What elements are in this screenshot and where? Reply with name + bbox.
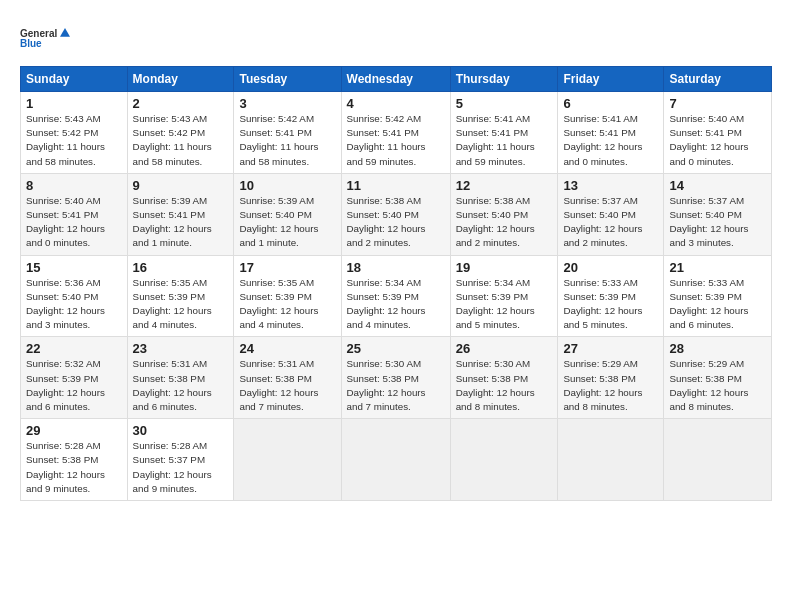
day-cell: 18Sunrise: 5:34 AM Sunset: 5:39 PM Dayli… — [341, 255, 450, 337]
svg-marker-2 — [60, 28, 70, 37]
weekday-header-thursday: Thursday — [450, 67, 558, 92]
day-number: 15 — [26, 260, 122, 275]
logo: General Blue — [20, 18, 70, 58]
logo-svg: General Blue — [20, 18, 70, 58]
weekday-header-monday: Monday — [127, 67, 234, 92]
day-number: 24 — [239, 341, 335, 356]
day-cell: 29Sunrise: 5:28 AM Sunset: 5:38 PM Dayli… — [21, 419, 128, 501]
day-cell: 7Sunrise: 5:40 AM Sunset: 5:41 PM Daylig… — [664, 92, 772, 174]
week-row-4: 22Sunrise: 5:32 AM Sunset: 5:39 PM Dayli… — [21, 337, 772, 419]
day-info: Sunrise: 5:41 AM Sunset: 5:41 PM Dayligh… — [456, 112, 553, 169]
weekday-header-wednesday: Wednesday — [341, 67, 450, 92]
day-number: 22 — [26, 341, 122, 356]
day-info: Sunrise: 5:33 AM Sunset: 5:39 PM Dayligh… — [563, 276, 658, 333]
weekday-header-tuesday: Tuesday — [234, 67, 341, 92]
weekday-header-row: SundayMondayTuesdayWednesdayThursdayFrid… — [21, 67, 772, 92]
day-number: 2 — [133, 96, 229, 111]
day-info: Sunrise: 5:34 AM Sunset: 5:39 PM Dayligh… — [347, 276, 445, 333]
day-cell: 1Sunrise: 5:43 AM Sunset: 5:42 PM Daylig… — [21, 92, 128, 174]
day-cell: 15Sunrise: 5:36 AM Sunset: 5:40 PM Dayli… — [21, 255, 128, 337]
day-info: Sunrise: 5:30 AM Sunset: 5:38 PM Dayligh… — [347, 357, 445, 414]
day-number: 19 — [456, 260, 553, 275]
day-cell — [450, 419, 558, 501]
day-cell: 8Sunrise: 5:40 AM Sunset: 5:41 PM Daylig… — [21, 173, 128, 255]
day-number: 13 — [563, 178, 658, 193]
day-cell: 6Sunrise: 5:41 AM Sunset: 5:41 PM Daylig… — [558, 92, 664, 174]
day-cell — [558, 419, 664, 501]
day-info: Sunrise: 5:39 AM Sunset: 5:41 PM Dayligh… — [133, 194, 229, 251]
day-cell: 28Sunrise: 5:29 AM Sunset: 5:38 PM Dayli… — [664, 337, 772, 419]
day-info: Sunrise: 5:28 AM Sunset: 5:37 PM Dayligh… — [133, 439, 229, 496]
day-number: 16 — [133, 260, 229, 275]
day-number: 3 — [239, 96, 335, 111]
day-info: Sunrise: 5:36 AM Sunset: 5:40 PM Dayligh… — [26, 276, 122, 333]
day-cell — [664, 419, 772, 501]
day-number: 27 — [563, 341, 658, 356]
day-number: 23 — [133, 341, 229, 356]
day-info: Sunrise: 5:42 AM Sunset: 5:41 PM Dayligh… — [239, 112, 335, 169]
day-cell: 11Sunrise: 5:38 AM Sunset: 5:40 PM Dayli… — [341, 173, 450, 255]
day-cell: 2Sunrise: 5:43 AM Sunset: 5:42 PM Daylig… — [127, 92, 234, 174]
calendar-body: 1Sunrise: 5:43 AM Sunset: 5:42 PM Daylig… — [21, 92, 772, 501]
day-number: 30 — [133, 423, 229, 438]
calendar-table: SundayMondayTuesdayWednesdayThursdayFrid… — [20, 66, 772, 501]
day-cell: 20Sunrise: 5:33 AM Sunset: 5:39 PM Dayli… — [558, 255, 664, 337]
day-info: Sunrise: 5:40 AM Sunset: 5:41 PM Dayligh… — [669, 112, 766, 169]
day-info: Sunrise: 5:39 AM Sunset: 5:40 PM Dayligh… — [239, 194, 335, 251]
svg-text:Blue: Blue — [20, 38, 42, 49]
day-number: 14 — [669, 178, 766, 193]
week-row-3: 15Sunrise: 5:36 AM Sunset: 5:40 PM Dayli… — [21, 255, 772, 337]
day-info: Sunrise: 5:43 AM Sunset: 5:42 PM Dayligh… — [26, 112, 122, 169]
day-info: Sunrise: 5:30 AM Sunset: 5:38 PM Dayligh… — [456, 357, 553, 414]
day-number: 25 — [347, 341, 445, 356]
day-number: 6 — [563, 96, 658, 111]
day-cell — [341, 419, 450, 501]
day-cell: 19Sunrise: 5:34 AM Sunset: 5:39 PM Dayli… — [450, 255, 558, 337]
day-cell: 23Sunrise: 5:31 AM Sunset: 5:38 PM Dayli… — [127, 337, 234, 419]
day-info: Sunrise: 5:33 AM Sunset: 5:39 PM Dayligh… — [669, 276, 766, 333]
day-number: 20 — [563, 260, 658, 275]
day-number: 29 — [26, 423, 122, 438]
day-number: 17 — [239, 260, 335, 275]
day-info: Sunrise: 5:32 AM Sunset: 5:39 PM Dayligh… — [26, 357, 122, 414]
day-number: 28 — [669, 341, 766, 356]
day-number: 1 — [26, 96, 122, 111]
day-cell: 9Sunrise: 5:39 AM Sunset: 5:41 PM Daylig… — [127, 173, 234, 255]
day-info: Sunrise: 5:38 AM Sunset: 5:40 PM Dayligh… — [347, 194, 445, 251]
day-number: 18 — [347, 260, 445, 275]
day-cell: 26Sunrise: 5:30 AM Sunset: 5:38 PM Dayli… — [450, 337, 558, 419]
day-cell: 25Sunrise: 5:30 AM Sunset: 5:38 PM Dayli… — [341, 337, 450, 419]
day-number: 5 — [456, 96, 553, 111]
day-number: 12 — [456, 178, 553, 193]
day-cell — [234, 419, 341, 501]
day-number: 26 — [456, 341, 553, 356]
day-cell: 16Sunrise: 5:35 AM Sunset: 5:39 PM Dayli… — [127, 255, 234, 337]
day-cell: 3Sunrise: 5:42 AM Sunset: 5:41 PM Daylig… — [234, 92, 341, 174]
day-cell: 17Sunrise: 5:35 AM Sunset: 5:39 PM Dayli… — [234, 255, 341, 337]
week-row-5: 29Sunrise: 5:28 AM Sunset: 5:38 PM Dayli… — [21, 419, 772, 501]
day-cell: 5Sunrise: 5:41 AM Sunset: 5:41 PM Daylig… — [450, 92, 558, 174]
svg-text:General: General — [20, 28, 57, 39]
day-info: Sunrise: 5:29 AM Sunset: 5:38 PM Dayligh… — [563, 357, 658, 414]
day-number: 11 — [347, 178, 445, 193]
day-number: 10 — [239, 178, 335, 193]
day-cell: 12Sunrise: 5:38 AM Sunset: 5:40 PM Dayli… — [450, 173, 558, 255]
day-number: 8 — [26, 178, 122, 193]
day-cell: 14Sunrise: 5:37 AM Sunset: 5:40 PM Dayli… — [664, 173, 772, 255]
day-info: Sunrise: 5:40 AM Sunset: 5:41 PM Dayligh… — [26, 194, 122, 251]
week-row-1: 1Sunrise: 5:43 AM Sunset: 5:42 PM Daylig… — [21, 92, 772, 174]
day-cell: 27Sunrise: 5:29 AM Sunset: 5:38 PM Dayli… — [558, 337, 664, 419]
day-info: Sunrise: 5:37 AM Sunset: 5:40 PM Dayligh… — [669, 194, 766, 251]
day-info: Sunrise: 5:34 AM Sunset: 5:39 PM Dayligh… — [456, 276, 553, 333]
weekday-header-friday: Friday — [558, 67, 664, 92]
page: General Blue SundayMondayTuesdayWednesda… — [0, 0, 792, 612]
weekday-header-sunday: Sunday — [21, 67, 128, 92]
day-info: Sunrise: 5:37 AM Sunset: 5:40 PM Dayligh… — [563, 194, 658, 251]
day-info: Sunrise: 5:35 AM Sunset: 5:39 PM Dayligh… — [239, 276, 335, 333]
day-cell: 10Sunrise: 5:39 AM Sunset: 5:40 PM Dayli… — [234, 173, 341, 255]
day-number: 4 — [347, 96, 445, 111]
day-info: Sunrise: 5:43 AM Sunset: 5:42 PM Dayligh… — [133, 112, 229, 169]
day-info: Sunrise: 5:38 AM Sunset: 5:40 PM Dayligh… — [456, 194, 553, 251]
day-number: 7 — [669, 96, 766, 111]
weekday-header-saturday: Saturday — [664, 67, 772, 92]
